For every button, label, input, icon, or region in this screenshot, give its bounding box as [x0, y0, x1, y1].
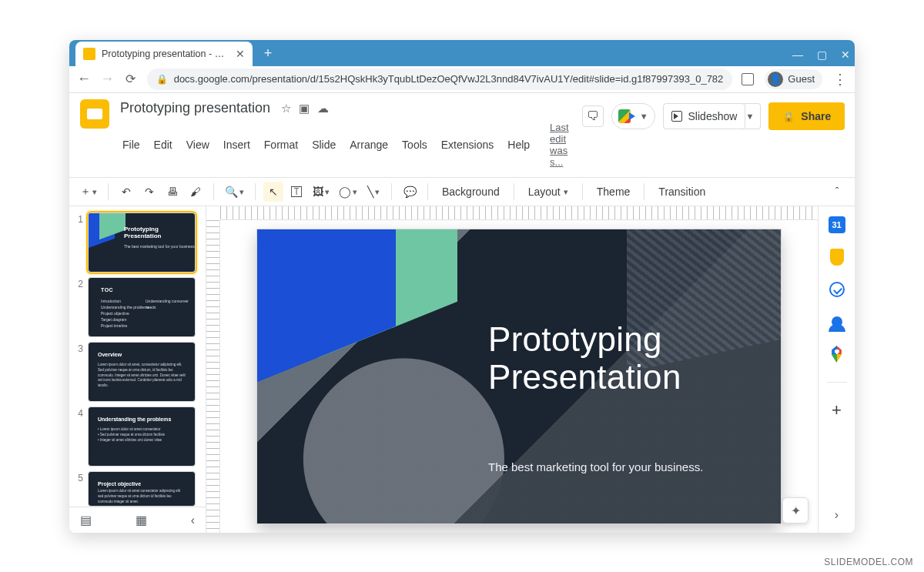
new-tab-button[interactable]: + — [257, 43, 279, 65]
avatar-icon: 👤 — [768, 72, 783, 87]
collapse-panel-icon[interactable]: ‹ — [191, 513, 195, 527]
browser-tab[interactable]: Prototyping presentation - Goog ✕ — [75, 42, 253, 66]
address-url: docs.google.com/presentation/d/15s2HQskH… — [174, 73, 724, 85]
thumb-heading: TOC — [101, 287, 113, 293]
browser-titlebar: Prototyping presentation - Goog ✕ + — ▢ … — [69, 40, 855, 66]
new-slide-button[interactable]: ＋▾ — [77, 182, 100, 202]
window-minimize-icon[interactable]: — — [792, 49, 803, 60]
explore-button[interactable]: ✦ — [782, 497, 808, 523]
slides-app: Prototyping presentation ☆ ▣ ☁ File Edit… — [69, 93, 855, 533]
window-maximize-icon[interactable]: ▢ — [817, 49, 827, 60]
thumb-subtitle: The best marketing tool for your busines… — [124, 244, 195, 249]
contacts-icon[interactable] — [828, 313, 846, 331]
side-panel-icon[interactable] — [742, 73, 754, 85]
image-tool-icon[interactable]: 🖼▾ — [310, 182, 333, 202]
textbox-tool-icon[interactable]: 🅃 — [286, 182, 306, 202]
menu-insert[interactable]: Insert — [218, 135, 256, 154]
star-icon[interactable]: ☆ — [281, 102, 291, 115]
menubar: File Edit View Insert Format Slide Arran… — [117, 119, 574, 171]
toolbar: ＋▾ ↶ ↷ 🖶 🖌 🔍▾ ↖ 🅃 🖼▾ ◯▾ ╲▾ 💬 Background … — [69, 177, 855, 206]
cloud-status-icon[interactable]: ☁ — [317, 102, 329, 115]
slide-title[interactable]: Prototyping Presentation — [488, 320, 681, 396]
thumb-title: Prototyping Presentation — [124, 226, 161, 239]
menu-slide[interactable]: Slide — [306, 135, 341, 154]
window-close-icon[interactable]: ✕ — [841, 49, 850, 60]
nav-forward-icon[interactable]: → — [100, 71, 114, 87]
tasks-icon[interactable] — [828, 280, 846, 299]
separator — [827, 382, 847, 383]
move-icon[interactable]: ▣ — [299, 102, 310, 115]
comment-tool-icon[interactable]: 💬 — [400, 182, 420, 202]
maps-icon[interactable] — [828, 345, 846, 363]
side-panel-collapse-icon[interactable]: › — [835, 508, 839, 522]
browser-menu-icon[interactable]: ⋮ — [833, 71, 847, 88]
separator — [644, 183, 644, 200]
watermark: SLIDEMODEL.COM — [824, 557, 913, 567]
line-tool-icon[interactable]: ╲▾ — [363, 182, 383, 202]
slide-thumbnail-5[interactable]: Project objective Lorem ipsum dolor sit … — [88, 471, 196, 507]
menu-format[interactable]: Format — [259, 135, 303, 154]
separator — [255, 183, 256, 200]
transition-button[interactable]: Transition — [652, 182, 711, 202]
slide-stage[interactable]: Prototyping Presentation The best market… — [220, 220, 818, 533]
vertical-ruler[interactable] — [206, 220, 220, 533]
theme-button[interactable]: Theme — [591, 182, 637, 202]
filmstrip-view-icon[interactable]: ▤ — [80, 513, 92, 527]
slideshow-button[interactable]: Slideshow — [663, 103, 746, 129]
tab-close-icon[interactable]: ✕ — [236, 48, 245, 60]
thumb-number: 2 — [74, 277, 83, 289]
last-edit-link[interactable]: Last edit was s... — [544, 119, 574, 171]
nav-back-icon[interactable]: ← — [77, 71, 91, 87]
slide-thumbnail-3[interactable]: Overview Lorem ipsum dolor sit amet, con… — [88, 342, 196, 402]
separator — [582, 183, 583, 200]
slide-thumbnail-1[interactable]: Prototyping Presentation The best market… — [88, 212, 196, 273]
window-controls: — ▢ ✕ — [792, 40, 850, 69]
keep-icon[interactable] — [828, 248, 846, 266]
paint-format-icon[interactable]: 🖌 — [186, 182, 206, 202]
browser-toolbar: ← → ⟳ 🔒 docs.google.com/presentation/d/1… — [69, 66, 855, 93]
thumb-body: Lorem ipsum dolor sit amet consectetur a… — [98, 489, 186, 504]
thumb-heading: Project objective — [98, 481, 141, 487]
menu-tools[interactable]: Tools — [397, 135, 433, 154]
side-panel-rail: 31 + › — [818, 206, 855, 533]
shape-tool-icon[interactable]: ◯▾ — [336, 182, 360, 202]
nav-reload-icon[interactable]: ⟳ — [123, 72, 137, 86]
separator — [213, 183, 214, 200]
menu-help[interactable]: Help — [502, 135, 535, 154]
layout-button[interactable]: Layout▾ — [522, 182, 574, 202]
slide-tagline[interactable]: The best marketing tool for your busines… — [488, 460, 750, 473]
thumb-number: 3 — [74, 342, 83, 354]
print-icon[interactable]: 🖶 — [162, 182, 182, 202]
redo-icon[interactable]: ↷ — [139, 182, 159, 202]
slide-thumbnail-2[interactable]: TOC IntroductionUnderstanding the proble… — [88, 277, 196, 337]
grid-view-icon[interactable]: ▦ — [136, 513, 147, 527]
zoom-button[interactable]: 🔍▾ — [222, 182, 247, 202]
horizontal-ruler[interactable] — [220, 206, 818, 220]
slideshow-dropdown[interactable]: ▼ — [739, 103, 761, 129]
slide-canvas[interactable]: Prototyping Presentation The best market… — [257, 229, 781, 523]
undo-icon[interactable]: ↶ — [116, 182, 136, 202]
slides-logo-icon[interactable] — [80, 99, 109, 129]
menu-file[interactable]: File — [117, 135, 146, 154]
select-tool-icon[interactable]: ↖ — [263, 182, 283, 202]
chevron-down-icon: ▼ — [640, 112, 648, 121]
menu-extensions[interactable]: Extensions — [436, 135, 499, 154]
background-button[interactable]: Background — [436, 182, 506, 202]
calendar-icon[interactable]: 31 — [828, 216, 846, 234]
share-button[interactable]: 🔒 Share — [768, 102, 845, 130]
toolbar-collapse-icon[interactable]: ˆ — [827, 182, 847, 202]
meet-button[interactable]: ▼ — [611, 103, 655, 129]
address-bar[interactable]: 🔒 docs.google.com/presentation/d/15s2HQs… — [147, 69, 733, 90]
thumb-number: 5 — [74, 471, 83, 483]
menu-view[interactable]: View — [181, 135, 215, 154]
menu-arrange[interactable]: Arrange — [344, 135, 393, 154]
profile-button[interactable]: 👤 Guest — [765, 69, 822, 89]
thumb-heading: Understanding the problems — [98, 416, 171, 422]
addons-icon[interactable]: + — [828, 401, 846, 420]
slide-thumbnail-4[interactable]: Understanding the problems • Lorem ipsum… — [88, 406, 196, 467]
comments-button[interactable]: 🗨 — [582, 105, 604, 127]
document-title[interactable]: Prototyping presentation — [117, 99, 273, 117]
lock-icon: 🔒 — [782, 111, 795, 122]
menu-edit[interactable]: Edit — [149, 135, 178, 154]
thumb-body: • Lorem ipsum dolor sit amet consectetur… — [98, 427, 186, 443]
